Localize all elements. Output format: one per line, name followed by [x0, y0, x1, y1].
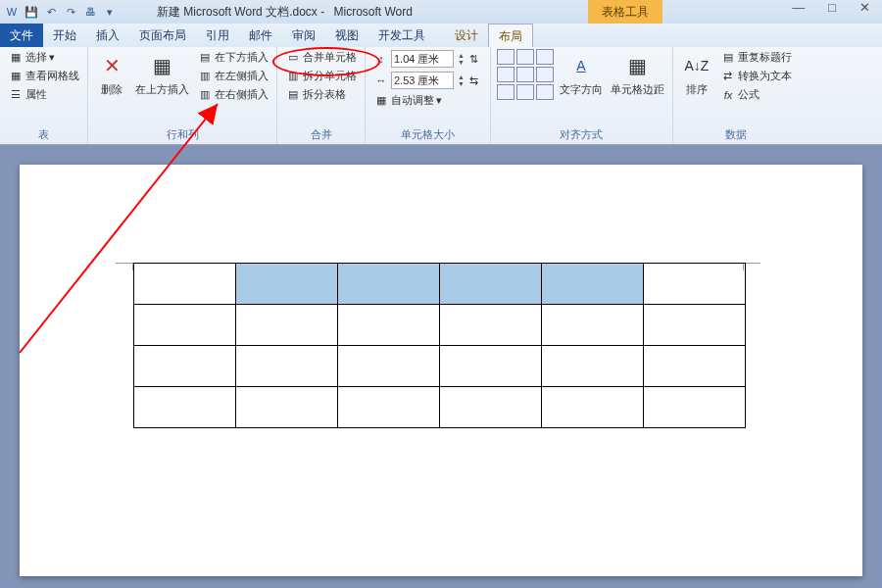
repeat-header-button[interactable]: ▤ 重复标题行	[718, 49, 794, 66]
width-icon: ↔	[373, 74, 389, 87]
split-table-button[interactable]: ▤ 拆分表格	[283, 86, 359, 103]
table-cell-selected[interactable]	[236, 264, 338, 305]
height-spinner[interactable]: ▲▼	[458, 52, 465, 66]
save-icon[interactable]: 💾	[24, 4, 39, 20]
group-cell-size-label: 单元格大小	[401, 125, 455, 142]
table-row[interactable]	[134, 305, 746, 346]
insert-below-button[interactable]: ▤ 在下方插入	[195, 49, 270, 66]
width-spinner[interactable]: ▲▼	[458, 74, 465, 87]
split-table-label: 拆分表格	[303, 87, 346, 102]
sort-button[interactable]: A↓Z 排序	[679, 49, 714, 99]
table-cell-selected[interactable]	[338, 264, 440, 305]
table-cell-selected[interactable]	[440, 264, 542, 305]
autofit-button[interactable]: ▦ 自动调整 ▾	[371, 92, 484, 109]
convert-icon: ⇄	[720, 70, 736, 83]
group-rows-cols-label: 行和列	[167, 125, 199, 142]
group-cell-size: ↕ 1.04 厘米 ▲▼ ⇅ ↔ 2.53 厘米 ▲▼ ⇆ ▦ 自动调整 ▾	[366, 47, 491, 144]
qat-more-icon[interactable]: ▾	[102, 4, 118, 20]
group-table-label: 表	[38, 125, 49, 142]
tab-mailings[interactable]: 邮件	[239, 24, 282, 47]
gridlines-label: 查看网格线	[25, 69, 79, 83]
gridlines-icon: ▦	[8, 70, 24, 83]
formula-icon: fx	[720, 88, 736, 102]
tab-dev[interactable]: 开发工具	[368, 24, 435, 47]
formula-button[interactable]: fx 公式	[718, 86, 794, 103]
undo-icon[interactable]: ↶	[43, 4, 59, 20]
insert-left-button[interactable]: ▥ 在左侧插入	[195, 68, 270, 84]
text-direction-button[interactable]: A 文字方向	[558, 49, 605, 99]
col-width[interactable]: ↔ 2.53 厘米 ▲▼ ⇆	[371, 71, 484, 90]
cell-size-inputs: ↕ 1.04 厘米 ▲▼ ⇅ ↔ 2.53 厘米 ▲▼ ⇆ ▦ 自动调整 ▾	[371, 49, 484, 109]
tab-file[interactable]: 文件	[0, 24, 43, 47]
app-name: Microsoft Word	[334, 5, 413, 19]
distribute-rows-icon[interactable]: ⇅	[466, 52, 482, 66]
convert-button[interactable]: ⇄ 转换为文本	[718, 68, 794, 84]
chevron-down-icon: ▾	[49, 51, 55, 64]
close-button[interactable]: ✕	[859, 0, 870, 15]
table-row[interactable]	[134, 387, 746, 428]
window-title: 新建 Microsoft Word 文档.docx - Microsoft Wo…	[157, 4, 413, 21]
group-data-label: 数据	[725, 125, 747, 142]
insert-above-label: 在上方插入	[135, 82, 189, 97]
cell-margins-label: 单元格边距	[611, 82, 664, 97]
chevron-down-icon: ▾	[436, 94, 442, 107]
table-row[interactable]	[134, 346, 746, 387]
group-alignment-label: 对齐方式	[560, 125, 603, 142]
insert-left-icon: ▥	[197, 70, 213, 83]
print-icon[interactable]: 🖶	[82, 4, 98, 20]
tab-home[interactable]: 开始	[43, 24, 86, 47]
delete-icon: ✕	[96, 51, 127, 80]
group-rows-cols: ✕ 删除 ▦ 在上方插入 ▤ 在下方插入 ▥ 在左侧插入 ▥ 在右侧插入	[88, 47, 277, 144]
doc-name: 新建 Microsoft Word 文档.docx	[157, 5, 318, 19]
group-table-body: ▦ 选择 ▾ ▦ 查看网格线 ☰ 属性	[6, 49, 81, 103]
tab-design[interactable]: 设计	[445, 24, 488, 47]
sort-label: 排序	[686, 82, 708, 97]
gridlines-button[interactable]: ▦ 查看网格线	[6, 68, 81, 84]
properties-icon: ☰	[8, 88, 24, 102]
text-direction-icon: A	[565, 51, 597, 80]
group-data: A↓Z 排序 ▤ 重复标题行 ⇄ 转换为文本 fx 公式 数据	[673, 47, 800, 144]
sort-icon: A↓Z	[681, 51, 712, 80]
insert-right-button[interactable]: ▥ 在右侧插入	[195, 86, 270, 103]
redo-icon[interactable]: ↷	[63, 4, 78, 20]
tab-references[interactable]: 引用	[196, 24, 239, 47]
tab-review[interactable]: 审阅	[282, 24, 325, 47]
select-button[interactable]: ▦ 选择 ▾	[6, 49, 81, 66]
table-row[interactable]	[134, 264, 746, 305]
properties-button[interactable]: ☰ 属性	[6, 86, 81, 103]
insert-above-icon: ▦	[147, 51, 178, 80]
width-value[interactable]: 2.53 厘米	[391, 72, 454, 89]
insert-below-label: 在下方插入	[215, 50, 269, 65]
text-direction-label: 文字方向	[560, 82, 603, 97]
insert-above-button[interactable]: ▦ 在上方插入	[133, 49, 191, 99]
title-separator: -	[320, 5, 327, 19]
ribbon-tabs: 文件 开始 插入 页面布局 引用 邮件 审阅 视图 开发工具 设计 布局	[0, 24, 882, 47]
page-area	[0, 145, 882, 588]
distribute-cols-icon[interactable]: ⇆	[466, 74, 482, 87]
height-value[interactable]: 1.04 厘米	[391, 50, 454, 68]
select-icon: ▦	[8, 51, 24, 65]
tab-layout[interactable]: 布局	[488, 24, 533, 47]
table-cell[interactable]	[134, 264, 236, 305]
tab-page-layout[interactable]: 页面布局	[129, 24, 196, 47]
document-table[interactable]	[133, 263, 746, 428]
alignment-grid[interactable]	[497, 49, 554, 100]
cell-margins-icon: ▦	[621, 51, 653, 80]
table-cell[interactable]	[644, 264, 746, 305]
context-tool-label: 表格工具	[588, 0, 662, 24]
annotation-ellipse	[272, 47, 380, 76]
titlebar: W 💾 ↶ ↷ 🖶 ▾ 新建 Microsoft Word 文档.docx - …	[0, 0, 882, 24]
insert-left-label: 在左侧插入	[215, 69, 269, 83]
delete-button[interactable]: ✕ 删除	[94, 49, 129, 99]
tab-insert[interactable]: 插入	[86, 24, 129, 47]
data-more: ▤ 重复标题行 ⇄ 转换为文本 fx 公式	[718, 49, 794, 103]
row-height[interactable]: ↕ 1.04 厘米 ▲▼ ⇅	[371, 49, 484, 69]
repeat-header-icon: ▤	[720, 51, 736, 65]
tab-view[interactable]: 视图	[325, 24, 368, 47]
table-cell-selected[interactable]	[542, 264, 644, 305]
minimize-button[interactable]: —	[792, 0, 805, 15]
maximize-button[interactable]: □	[828, 0, 836, 15]
page[interactable]	[20, 165, 862, 576]
cell-margins-button[interactable]: ▦ 单元格边距	[609, 49, 666, 99]
properties-label: 属性	[25, 87, 47, 102]
